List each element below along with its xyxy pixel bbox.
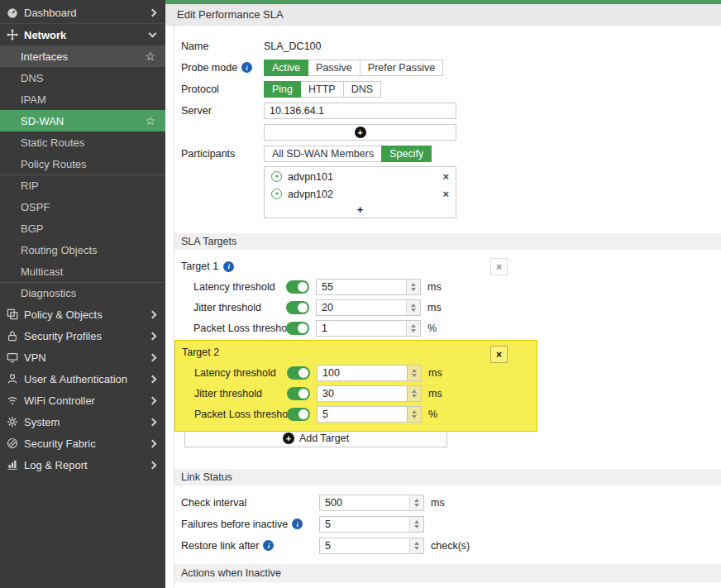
interface-icon — [271, 189, 282, 199]
sidebar-item-user-authentication[interactable]: User & Authentication — [0, 368, 165, 390]
jitter-toggle-on[interactable] — [286, 301, 309, 314]
spinner-buttons[interactable] — [406, 321, 420, 336]
failures-before-inactive-input[interactable]: 5 — [319, 516, 424, 533]
protocol-http-button[interactable]: HTTP — [300, 81, 344, 98]
probe-mode-passive-button[interactable]: Passive — [308, 60, 360, 76]
protocol-label: Protocol — [181, 84, 264, 95]
star-icon[interactable]: ☆ — [145, 50, 155, 62]
sidebar-item-dashboard[interactable]: Dashboard — [0, 2, 165, 24]
jitter-input[interactable]: 30 — [317, 385, 422, 402]
wifi-icon — [7, 394, 18, 406]
packet-loss-toggle-on[interactable] — [286, 322, 309, 335]
spinner-buttons[interactable] — [409, 538, 423, 553]
sidebar-item-log-report[interactable]: Log & Report — [0, 454, 165, 476]
sidebar-item-wifi-controller[interactable]: WiFi Controller — [0, 390, 165, 411]
app-window: Dashboard Network Interfaces ☆ DNS IPAM … — [0, 0, 721, 588]
sidebar-item-sdwan[interactable]: SD-WAN ☆ — [0, 110, 165, 131]
participants-all-button[interactable]: All SD-WAN Members — [264, 146, 382, 162]
sidebar-item-multicast[interactable]: Multicast — [0, 261, 165, 282]
sla-target-1: Target 1 i × Latency threshold 55 ms J — [181, 256, 721, 340]
packet-loss-input[interactable]: 1 — [316, 320, 421, 337]
sidebar-item-diagnostics[interactable]: Diagnostics — [0, 282, 165, 304]
packet-loss-threshold-row: Packet Loss threshold 5 % — [182, 404, 537, 424]
add-target-button[interactable]: + Add Target — [184, 429, 447, 447]
latency-toggle-on[interactable] — [286, 280, 309, 294]
sidebar-item-interfaces[interactable]: Interfaces ☆ — [0, 45, 165, 67]
spinner-buttons[interactable] — [406, 300, 420, 315]
spinner-buttons[interactable] — [407, 407, 421, 422]
target-1-title: Target 1 — [181, 261, 218, 272]
server-row: Server 10.136.64.1 — [181, 102, 721, 119]
member-name: advpn102 — [288, 189, 333, 200]
fabric-icon — [7, 437, 18, 449]
sla-targets-section-header: SLA Targets — [174, 233, 721, 250]
latency-input[interactable]: 100 — [317, 365, 422, 381]
latency-threshold-row: Latency threshold 100 ms — [182, 362, 537, 383]
spinner-buttons[interactable] — [409, 517, 423, 532]
server-input[interactable]: 10.136.64.1 — [264, 103, 456, 119]
check-interval-input[interactable]: 500 — [319, 495, 424, 511]
participants-specify-button[interactable]: Specify — [381, 146, 432, 162]
sidebar-item-dns[interactable]: DNS — [0, 67, 165, 88]
chevron-right-icon — [149, 375, 157, 383]
jitter-toggle-on[interactable] — [287, 387, 310, 400]
spinner-buttons[interactable] — [407, 366, 421, 380]
protocol-ping-button[interactable]: Ping — [264, 81, 301, 98]
latency-threshold-row: Latency threshold 55 ms — [181, 276, 721, 297]
info-icon: i — [241, 62, 252, 73]
target-1-close-button[interactable]: × — [490, 258, 508, 275]
add-member-button[interactable]: + — [265, 203, 456, 216]
sidebar: Dashboard Network Interfaces ☆ DNS IPAM … — [0, 0, 165, 588]
chevron-right-icon — [149, 9, 157, 17]
restore-link-after-input[interactable]: 5 — [319, 538, 424, 554]
move-arrows-icon — [7, 29, 18, 41]
check-interval-row: Check interval 500 ms — [181, 494, 721, 511]
name-value: SLA_DC100 — [264, 41, 322, 52]
member-item[interactable]: advpn102 × — [265, 185, 456, 203]
target-2-close-button[interactable]: × — [490, 346, 508, 363]
latency-input[interactable]: 55 — [316, 279, 421, 295]
sidebar-item-security-fabric[interactable]: Security Fabric — [0, 433, 165, 454]
sidebar-item-security-profiles[interactable]: Security Profiles — [0, 325, 165, 347]
sidebar-item-ospf[interactable]: OSPF — [0, 196, 165, 218]
sidebar-item-policy-routes[interactable]: Policy Routes — [0, 153, 165, 174]
probe-mode-active-button[interactable]: Active — [264, 60, 308, 76]
actions-section-header: Actions when Inactive — [174, 564, 721, 582]
chevron-right-icon — [149, 418, 157, 426]
bar-chart-icon — [7, 459, 18, 471]
user-icon — [7, 373, 18, 385]
layers-icon — [7, 308, 18, 320]
sidebar-item-ipam[interactable]: IPAM — [0, 88, 165, 110]
jitter-input[interactable]: 20 — [316, 299, 421, 316]
sidebar-item-static-routes[interactable]: Static Routes — [0, 131, 165, 153]
sidebar-item-network[interactable]: Network — [0, 24, 165, 45]
packet-loss-input[interactable]: 5 — [317, 406, 422, 423]
remove-member-icon[interactable]: × — [442, 171, 449, 182]
page-title-bar: Edit Performance SLA — [165, 4, 721, 24]
sidebar-item-rip[interactable]: RIP — [0, 174, 165, 196]
sidebar-item-system[interactable]: System — [0, 411, 165, 433]
spinner-buttons[interactable] — [409, 495, 423, 510]
chevron-right-icon — [149, 332, 157, 340]
latency-toggle-on[interactable] — [287, 366, 310, 380]
server-value: 10.136.64.1 — [270, 105, 324, 117]
protocol-dns-button[interactable]: DNS — [343, 81, 381, 98]
target-2-header: Target 2 — [182, 342, 537, 362]
remove-member-icon[interactable]: × — [442, 189, 449, 199]
chevron-right-icon — [149, 461, 157, 469]
protocol-row: Protocol Ping HTTP DNS — [181, 80, 721, 98]
star-icon[interactable]: ☆ — [145, 115, 155, 127]
spinner-buttons[interactable] — [406, 280, 420, 294]
spinner-buttons[interactable] — [407, 386, 421, 401]
member-item[interactable]: advpn101 × — [265, 168, 456, 185]
packet-loss-toggle-on[interactable] — [287, 408, 310, 421]
chevron-right-icon — [149, 439, 157, 447]
info-icon: i — [263, 540, 274, 551]
sidebar-item-policy-objects[interactable]: Policy & Objects — [0, 304, 165, 325]
add-server-button[interactable]: + — [264, 124, 456, 141]
probe-mode-prefer-passive-button[interactable]: Prefer Passive — [360, 60, 443, 76]
sidebar-item-vpn[interactable]: VPN — [0, 347, 165, 368]
sidebar-item-bgp[interactable]: BGP — [0, 218, 165, 239]
sidebar-item-routing-objects[interactable]: Routing Objects — [0, 239, 165, 261]
interface-icon — [271, 171, 282, 182]
